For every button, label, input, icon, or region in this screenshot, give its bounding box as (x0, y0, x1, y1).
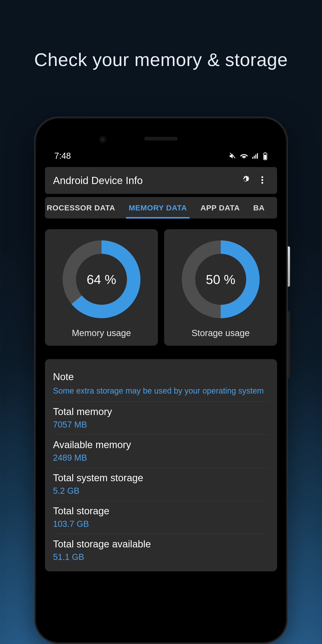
theme-toggle-button[interactable] (238, 172, 254, 188)
row-total-system-storage: Total system storage 5.2 GB (53, 468, 269, 501)
svg-point-4 (262, 179, 263, 181)
memory-percent-label: 64 % (61, 239, 142, 320)
tab-battery-data[interactable]: BA (247, 197, 272, 218)
storage-percent-label: 50 % (180, 239, 261, 320)
app-title: Android Device Info (53, 174, 238, 186)
volume-button (288, 311, 290, 378)
tab-memory-data[interactable]: MEMORY DATA (122, 197, 194, 218)
memory-gauge-label: Memory usage (72, 328, 131, 338)
svg-point-5 (262, 182, 263, 184)
promo-title: Check your memory & storage (0, 49, 322, 70)
status-time: 7:48 (54, 151, 71, 161)
storage-usage-card: 50 % Storage usage (164, 229, 277, 346)
row-label: Total system storage (53, 472, 269, 484)
power-button (288, 246, 290, 287)
wifi-icon (240, 152, 248, 160)
svg-point-3 (262, 176, 263, 178)
svg-rect-2 (264, 155, 266, 159)
row-total-storage-available: Total storage available 51.1 GB (53, 534, 269, 567)
more-vert-icon (258, 175, 267, 186)
row-available-memory: Available memory 2489 MB (53, 435, 269, 468)
signal-icon (252, 152, 259, 160)
info-note-text: Some extra storage may be used by your o… (53, 386, 269, 396)
row-value: 7057 MB (53, 420, 269, 430)
row-total-memory: Total memory 7057 MB (53, 402, 269, 435)
app-bar: Android Device Info (45, 167, 277, 194)
row-value: 5.2 GB (53, 486, 269, 496)
info-card: Note Some extra storage may be used by y… (45, 359, 277, 571)
brightness-icon (241, 175, 252, 186)
mute-icon (229, 152, 236, 160)
status-bar: 7:48 (45, 122, 277, 165)
tab-bar: ROCESSOR DATA MEMORY DATA APP DATA BA (45, 197, 277, 218)
row-value: 51.1 GB (53, 552, 269, 562)
row-total-storage: Total storage 103.7 GB (53, 501, 269, 534)
screen: 7:48 Android (40, 122, 282, 639)
battery-icon (263, 152, 268, 160)
tab-app-data[interactable]: APP DATA (194, 197, 246, 218)
overflow-menu-button[interactable] (254, 172, 270, 188)
info-note-title: Note (53, 371, 269, 382)
memory-usage-card: 64 % Memory usage (45, 229, 158, 346)
storage-donut: 50 % (180, 239, 261, 320)
row-label: Available memory (53, 439, 269, 450)
phone-frame: 7:48 Android (34, 117, 288, 644)
svg-rect-1 (264, 152, 266, 153)
row-label: Total memory (53, 406, 269, 417)
gauge-row: 64 % Memory usage 50 % Storage usage (45, 229, 277, 346)
row-value: 2489 MB (53, 453, 269, 463)
row-label: Total storage available (53, 538, 269, 550)
tab-processor-data[interactable]: ROCESSOR DATA (47, 197, 122, 218)
row-value: 103.7 GB (53, 519, 269, 529)
status-icons (229, 152, 268, 160)
row-label: Total storage (53, 505, 269, 516)
memory-donut: 64 % (61, 239, 142, 320)
storage-gauge-label: Storage usage (192, 328, 250, 338)
info-note-row: Note Some extra storage may be used by y… (53, 367, 269, 402)
